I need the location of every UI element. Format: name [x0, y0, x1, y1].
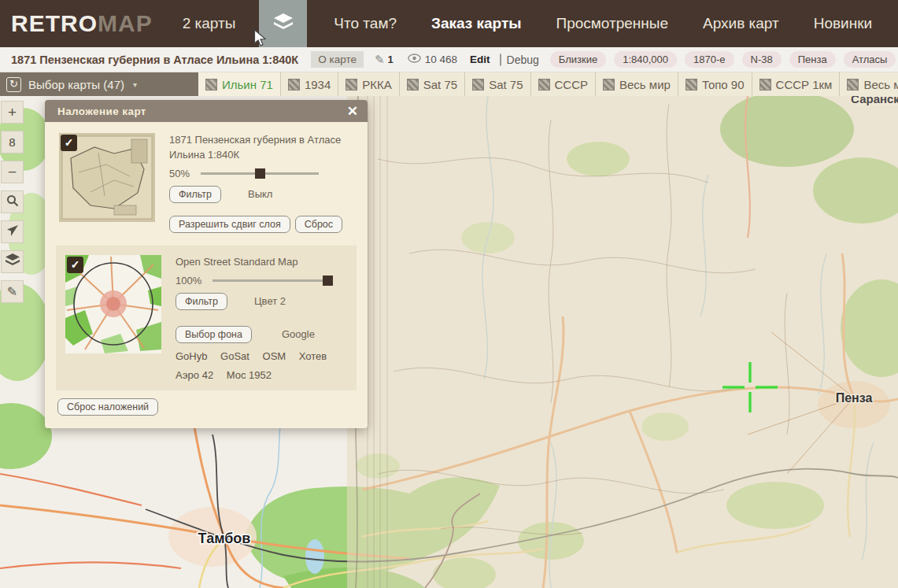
location-arrow-icon — [6, 224, 19, 241]
layer2-checkbox[interactable]: ✓ — [67, 257, 83, 273]
edit-pencil-icon: ✎ — [375, 53, 385, 67]
background-select-button[interactable]: Выбор фона — [176, 326, 252, 343]
zoom-level-indicator: 8 — [1, 131, 24, 153]
layer1-reset-button[interactable]: Сброс — [295, 216, 342, 233]
views-counter: 10 468 — [408, 54, 457, 65]
layer1-filter-button[interactable]: Фильтр — [169, 186, 221, 203]
tab-ilyin-71[interactable]: Ильин 71 — [198, 72, 281, 96]
nav-viewed[interactable]: Просмотренные — [538, 15, 686, 32]
layer1-shift-row: Разрешить сдвиг слоя Сброс — [169, 216, 357, 233]
tag-atlases[interactable]: Атласы — [844, 51, 896, 68]
background-option-khotev[interactable]: Хотев — [299, 350, 327, 362]
background-option-osm[interactable]: OSM — [263, 350, 286, 362]
tag-decade[interactable]: 1870-е — [685, 51, 734, 68]
draw-button[interactable]: ✎ — [1, 280, 24, 303]
tab-sat-75-a[interactable]: Sat 75 — [400, 72, 465, 96]
refresh-icon[interactable]: ↻ — [6, 77, 21, 92]
logo-map: MAP — [98, 10, 153, 36]
map-selector-label: Выбор карты (47) — [28, 78, 124, 91]
overlay-layer-historical: ✓ 1871 Пензенская губерния в Атласе Ильи… — [56, 133, 357, 233]
tab-1934[interactable]: 1934 — [281, 72, 338, 96]
map-viewport[interactable]: Тамбов Пенза Саранск + 8 − ✎ Налож — [0, 96, 898, 588]
tab-sssr-1km[interactable]: СССР 1км — [752, 72, 841, 96]
edits-count: 1 — [388, 54, 394, 65]
tag-quad[interactable]: N-38 — [742, 51, 782, 68]
current-map-title: 1871 Пензенская губерния в Атласе Ильина… — [11, 54, 298, 66]
layer1-checkbox[interactable]: ✓ — [61, 135, 77, 151]
layers-tool-button[interactable] — [1, 250, 24, 273]
map-thumb-icon — [686, 79, 697, 91]
edits-counter[interactable]: ✎ 1 — [375, 53, 394, 67]
about-map-button[interactable]: О карте — [311, 51, 364, 68]
map-selector-dropdown[interactable]: ↻ Выбор карты (47) ▾ — [0, 72, 198, 96]
layer2-filter-value[interactable]: Цвет 2 — [254, 295, 286, 307]
background-option-mos-1952[interactable]: Мос 1952 — [227, 369, 272, 381]
map-tag-list: Близкие 1:840,000 1870-е N-38 Пенза Атла… — [539, 51, 898, 68]
map-thumb-icon — [538, 79, 550, 91]
layer1-name: 1871 Пензенская губерния в Атласе Ильина… — [169, 133, 357, 163]
layer1-opacity-value: 50% — [169, 168, 190, 179]
label-saransk: Саранск — [851, 96, 898, 105]
retromap-logo[interactable]: RETROMAP — [11, 10, 153, 37]
tab-world[interactable]: Весь мир — [596, 72, 678, 96]
overlay-layer-osm: ✓ Open Street Standard Map 100% Фильтр Ц… — [56, 246, 357, 390]
label-penza: Пенза — [836, 391, 873, 405]
map-thumb-icon — [603, 79, 615, 91]
map-thumb-icon — [407, 79, 419, 91]
layer1-allow-shift-button[interactable]: Разрешить сдвиг слоя — [169, 216, 290, 233]
reset-overlays-button[interactable]: Сброс наложений — [57, 398, 158, 416]
close-icon[interactable]: ✕ — [347, 105, 358, 118]
osm-thumbnail[interactable]: ✓ — [65, 255, 161, 381]
debug-checkbox[interactable] — [500, 54, 501, 66]
tab-world-2[interactable]: Весь мир — [840, 72, 898, 96]
chevron-down-icon: ▾ — [133, 80, 137, 89]
tag-nearby[interactable]: Близкие — [550, 51, 606, 68]
layer2-opacity-slider[interactable] — [212, 279, 331, 282]
nav-new[interactable]: Новинки — [796, 15, 889, 32]
zoom-in-button[interactable]: + — [1, 101, 24, 124]
background-options-line-2: Аэро 42 Мос 1952 — [176, 369, 347, 381]
layer1-opacity-slider[interactable] — [201, 172, 319, 175]
tab-rkka[interactable]: РККА — [338, 72, 400, 96]
layer2-slider-handle[interactable] — [323, 276, 333, 286]
eye-icon — [408, 54, 421, 65]
nav-what-is-there[interactable]: Что там? — [316, 15, 414, 32]
nav-map-archive[interactable]: Архив карт — [686, 15, 796, 32]
tag-penza[interactable]: Пенза — [789, 51, 836, 68]
debug-label: Debug — [507, 54, 539, 66]
tab-sat-75-b[interactable]: Sat 75 — [465, 72, 530, 96]
layer2-name: Open Street Standard Map — [176, 255, 347, 270]
layer1-slider-handle[interactable] — [255, 168, 265, 179]
tag-scale[interactable]: 1:840,000 — [614, 51, 677, 68]
zoom-out-button[interactable]: − — [1, 161, 24, 183]
search-icon — [6, 194, 19, 211]
layer1-controls: 1871 Пензенская губерния в Атласе Ильина… — [169, 133, 357, 233]
overlay-panel-header[interactable]: Наложение карт ✕ — [45, 100, 368, 122]
nav-order-map[interactable]: Заказ карты — [414, 15, 538, 32]
locate-button[interactable] — [1, 220, 24, 243]
layer2-controls: Open Street Standard Map 100% Фильтр Цве… — [176, 255, 347, 381]
tab-sssr[interactable]: СССР — [531, 72, 597, 96]
layer1-opacity-row: 50% — [169, 168, 357, 179]
overlay-panel-title: Наложение карт — [57, 105, 146, 117]
background-option-gohyb[interactable]: GoHyb — [176, 350, 207, 362]
historical-map-thumbnail[interactable]: ✓ — [59, 133, 155, 233]
map-thumb-icon — [472, 79, 484, 91]
background-option-aero-42[interactable]: Аэро 42 — [176, 369, 213, 381]
search-button[interactable] — [1, 190, 24, 213]
map-tabs: Ильин 71 1934 РККА Sat 75 Sat 75 СССР Ве… — [198, 72, 898, 96]
background-option-google[interactable]: Google — [282, 328, 315, 340]
layer1-filter-value[interactable]: Выкл — [248, 188, 272, 200]
layer2-filter-row: Фильтр Цвет 2 — [176, 293, 347, 310]
layer2-filter-button[interactable]: Фильтр — [176, 293, 227, 310]
overlay-panel-body: ✓ 1871 Пензенская губерния в Атласе Ильи… — [45, 122, 368, 428]
edit-link[interactable]: Edit — [470, 54, 490, 65]
top-nav-links: Что там? Заказ карты Просмотренные Архив… — [316, 15, 889, 32]
layer2-opacity-value: 100% — [176, 275, 201, 287]
map-selector-bar: ↻ Выбор карты (47) ▾ Ильин 71 1934 РККА … — [0, 72, 898, 96]
background-option-gosat[interactable]: GoSat — [220, 350, 249, 362]
tab-topo-90[interactable]: Топо 90 — [678, 72, 752, 96]
top-navigation-bar: RETROMAP 2 карты Что там? Заказ карты Пр… — [0, 0, 898, 47]
maps-counter[interactable]: 2 карты — [183, 15, 236, 32]
label-tambov: Тамбов — [198, 531, 251, 546]
